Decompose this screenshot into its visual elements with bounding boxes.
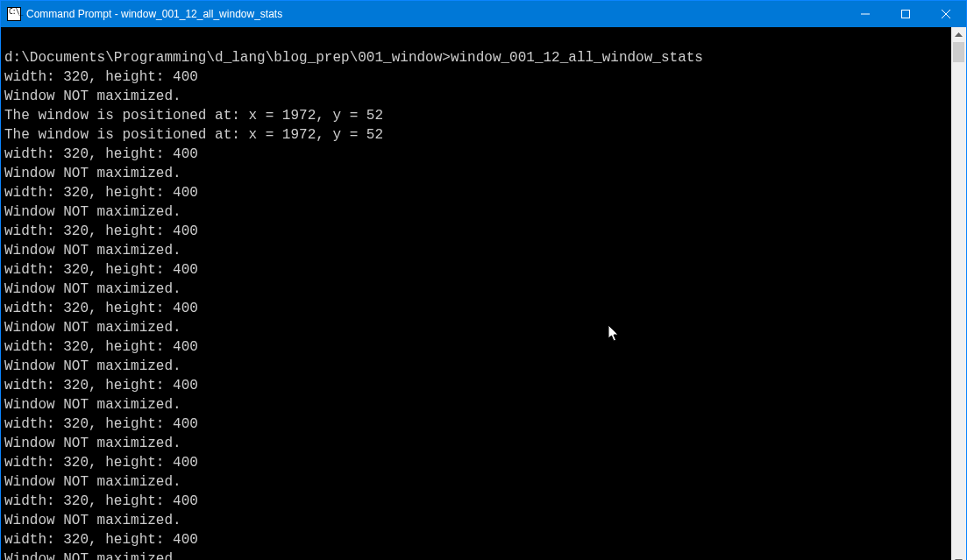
maximize-button[interactable] — [885, 1, 926, 27]
console-line: width: 320, height: 400 — [4, 415, 948, 434]
cmd-icon — [7, 7, 21, 21]
svg-marker-4 — [955, 32, 963, 37]
console-line: The window is positioned at: x = 1972, y… — [4, 125, 948, 145]
scroll-down-arrow-icon[interactable] — [951, 554, 966, 560]
console-line: Window NOT maximized. — [4, 472, 948, 492]
console-line: width: 320, height: 400 — [4, 492, 948, 511]
console-line: Window NOT maximized. — [4, 395, 948, 415]
console-line: Window NOT maximized. — [4, 434, 948, 453]
titlebar[interactable]: Command Prompt - window_001_12_all_windo… — [1, 1, 966, 27]
prompt-line: d:\Documents\Programming\d_lang\blog_pre… — [4, 48, 948, 67]
console-line: width: 320, height: 400 — [4, 183, 948, 202]
scroll-up-arrow-icon[interactable] — [951, 27, 966, 42]
console-line: width: 320, height: 400 — [4, 260, 948, 280]
console-line: Window NOT maximized. — [4, 549, 948, 560]
console-line: width: 320, height: 400 — [4, 299, 948, 318]
console-line: Window NOT maximized. — [4, 87, 948, 106]
console-line: width: 320, height: 400 — [4, 376, 948, 395]
vertical-scrollbar[interactable] — [951, 27, 966, 560]
console-line: Window NOT maximized. — [4, 357, 948, 376]
console-line: width: 320, height: 400 — [4, 145, 948, 164]
svg-rect-1 — [902, 11, 910, 18]
console-line: width: 320, height: 400 — [4, 337, 948, 357]
console-line: The window is positioned at: x = 1972, y… — [4, 106, 948, 125]
window-controls — [845, 1, 966, 27]
console-line: Window NOT maximized. — [4, 241, 948, 260]
command-prompt-window: Command Prompt - window_001_12_all_windo… — [0, 0, 967, 560]
console-line: Window NOT maximized. — [4, 202, 948, 222]
close-button[interactable] — [926, 1, 966, 27]
console-output[interactable]: d:\Documents\Programming\d_lang\blog_pre… — [1, 27, 951, 560]
console-line: Window NOT maximized. — [4, 511, 948, 530]
console-line: width: 320, height: 400 — [4, 453, 948, 472]
console-line: width: 320, height: 400 — [4, 222, 948, 241]
console-line: width: 320, height: 400 — [4, 530, 948, 549]
window-title: Command Prompt - window_001_12_all_windo… — [26, 1, 845, 27]
console-line: width: 320, height: 400 — [4, 67, 948, 87]
scrollbar-thumb[interactable] — [953, 42, 964, 62]
client-area: d:\Documents\Programming\d_lang\blog_pre… — [1, 27, 966, 560]
console-line: Window NOT maximized. — [4, 164, 948, 183]
console-line: Window NOT maximized. — [4, 280, 948, 299]
minimize-button[interactable] — [845, 1, 885, 27]
console-line: Window NOT maximized. — [4, 318, 948, 337]
console-line — [4, 29, 948, 48]
